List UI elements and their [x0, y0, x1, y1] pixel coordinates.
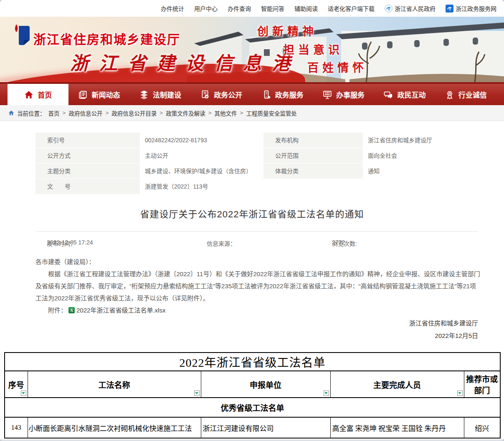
cell-city: 绍兴 [464, 417, 500, 438]
gongfa-list-table: 2022年浙江省省级工法名单 序号 工法名称 申报单位 主要完成人员 推荐市或部… [4, 352, 501, 438]
department-logo-icon [14, 23, 30, 48]
attachment-link[interactable]: 2022年浙江省省级工法名单.xlsx [76, 304, 165, 316]
page-bottom-strip [0, 439, 504, 441]
breadcrumb-item-policy-docs[interactable]: 政策文件及解读 [166, 109, 205, 117]
integrity-medal-icon [445, 90, 454, 99]
topbar-link-query[interactable]: 办件查询 [228, 4, 251, 13]
cell-no: 143 [5, 417, 28, 438]
topbar-link-elder-download[interactable]: 适老化客户端下载 [328, 4, 375, 13]
col-header-name: 工法名称 [28, 371, 201, 398]
col-header-city: 推荐市或部门 [464, 371, 500, 398]
link-zhejiang-gov[interactable]: 浙江省人民政府 [385, 4, 436, 13]
page: 办件统计 用户中心 办件查询 智能问答 辅助阅读 适老化客户端下载 浙江省人民政… [0, 0, 504, 441]
filter-button-name[interactable] [194, 391, 200, 396]
topbar-link-qa[interactable]: 智能问答 [261, 4, 284, 13]
nav-label: 政务公开 [214, 89, 242, 100]
interaction-icon [384, 90, 393, 99]
info-label-topic: 主题分类 [35, 164, 140, 179]
main-nav: 首页 新闻动态 法制建设 政务公开 政务服务 办事服务 [0, 82, 504, 105]
nav-item-interaction[interactable]: 政民互动 [374, 84, 435, 105]
nav-item-news[interactable]: 新闻动态 [68, 84, 129, 105]
section-header: 优秀省级工法名单 [5, 398, 500, 417]
news-icon [79, 90, 88, 99]
slogan-people: 百姓情怀 [307, 59, 367, 75]
top-utility-bar: 办件统计 用户中心 办件查询 智能问答 辅助阅读 适老化客户端下载 浙江省人民政… [0, 0, 504, 17]
gov-service-icon [262, 90, 271, 99]
zhejiang-gov-logo-icon [385, 5, 393, 13]
breadcrumb-separator: > [208, 110, 212, 116]
filter-button-people[interactable] [457, 391, 463, 396]
topbar-link-assist[interactable]: 辅助阅读 [294, 4, 318, 13]
info-label-index: 索引号 [35, 133, 140, 148]
signature-org: 浙江省住房和城乡建设厅 [0, 317, 478, 330]
zhejiang-service-logo-icon [446, 5, 453, 13]
nav-item-gov-service[interactable]: 政务服务 [252, 84, 313, 105]
department-name: 浙江省住房和城乡建设厅 [33, 29, 180, 48]
info-value-index: 002482242/2022-81793 [140, 133, 263, 148]
breadcrumb-separator: > [105, 110, 109, 116]
breadcrumb-separator: > [63, 110, 66, 116]
article: 省建设厅关于公布2022年浙江省省级工法名单的通知 发布时间： 2022-12-… [0, 207, 504, 342]
info-value-issuer: 浙江省住房和城乡建设厅 [363, 133, 478, 148]
breadcrumb-item-home[interactable]: 首页 [48, 109, 60, 117]
breadcrumb-separator: > [240, 110, 243, 116]
nav-item-gov-open[interactable]: 政务公开 [191, 84, 252, 105]
filter-button-no[interactable] [21, 391, 26, 396]
info-label-genre: 体裁分类 [263, 164, 363, 179]
nav-label: 政民互动 [397, 89, 425, 100]
topbar-link-user-center[interactable]: 用户中心 [194, 4, 218, 13]
topbar-link-stats[interactable]: 办件统计 [161, 4, 184, 13]
col-header-people: 主要完成人员 [330, 371, 464, 398]
nav-item-integrity[interactable]: 行业诚信 [436, 84, 496, 105]
breadcrumb-item-gov-info[interactable]: 政府信息公开 [68, 109, 102, 117]
info-label-empty [263, 179, 363, 194]
col-header-company: 申报单位 [201, 371, 330, 398]
table-row: 143 小断面长距离引水隧洞二次衬砌机械化快速施工工法 浙江江河建设有限公司 高… [5, 417, 500, 438]
table-header-row: 序号 工法名称 申报单位 主要完成人员 推荐市或部门 [5, 371, 500, 398]
info-value-doc-number: 浙建管发〔2022〕113号 [140, 179, 263, 194]
cell-name: 小断面长距离引水隧洞二次衬砌机械化快速施工工法 [28, 417, 201, 438]
zhejiang-gov-label: 浙江省人民政府 [395, 4, 436, 13]
nav-label: 办事服务 [336, 89, 365, 100]
article-body: 各市建委（建设局）： 根据《浙江省工程建设工法管理办法》（浙建〔2022〕11号… [35, 256, 480, 316]
nav-item-home[interactable]: 首页 [8, 84, 68, 105]
info-label-doc-number: 文 号 [35, 179, 140, 194]
attachment-line: 附件： X 2022年浙江省省级工法名单.xlsx [35, 304, 480, 316]
slogan-responsibility: 担当意识 [283, 41, 343, 57]
breadcrumb-home-icon [8, 110, 14, 116]
signature-block: 浙江省住房和城乡建设厅 2022年12月5日 [0, 317, 478, 342]
cell-company: 浙江江河建设有限公司 [201, 417, 330, 438]
info-value-open-mode: 主动公开 [140, 148, 263, 163]
zhejiang-service-label: 浙江政务服务网 [456, 4, 496, 13]
title-divider [35, 231, 478, 232]
info-label-issuer: 发布机构 [263, 133, 363, 148]
office-service-icon [323, 90, 332, 99]
gov-open-icon [200, 90, 210, 99]
nav-label: 首页 [38, 89, 52, 100]
breadcrumb-item-catalog[interactable]: 政府信息公开目录 [111, 109, 157, 117]
breadcrumb-item-dept[interactable]: 工程质量安全监管处 [246, 109, 297, 117]
site-banner: 浙江省住房和城乡建设厅 浙 江 省 建 设 信 息 港 创新精神 担当意识 百姓… [0, 17, 504, 82]
table-title: 2022年浙江省省级工法名单 [5, 353, 500, 371]
nav-item-law[interactable]: 法制建设 [130, 84, 191, 105]
attachment-label: 附件： [48, 304, 67, 316]
info-value-empty [363, 179, 478, 194]
nav-item-office-service[interactable]: 办事服务 [313, 84, 374, 105]
signature-date: 2022年12月5日 [0, 330, 478, 342]
site-calligraphy-title: 浙 江 省 建 设 信 息 港 [70, 48, 293, 75]
body-paragraph: 根据《浙江省工程建设工法管理办法》（浙建〔2022〕11号）和《关于做好2022… [35, 268, 480, 304]
nav-label: 政务服务 [275, 89, 304, 100]
filter-button-company[interactable] [324, 391, 329, 396]
home-icon [24, 90, 33, 99]
breadcrumb-item-other-docs[interactable]: 其他文件 [215, 109, 237, 117]
info-value-genre: 通知 [363, 164, 478, 179]
salutation: 各市建委（建设局）： [35, 256, 480, 268]
info-label-open-mode: 公开方式 [35, 148, 140, 163]
nav-label: 法制建设 [153, 89, 181, 100]
breadcrumb-prefix: 当前位置： [17, 109, 46, 117]
link-zhejiang-service[interactable]: 浙江政务服务网 [446, 4, 496, 13]
law-books-icon [139, 90, 149, 99]
page-title: 省建设厅关于公布2022年浙江省省级工法名单的通知 [0, 207, 504, 220]
doc-info-table: 索引号 002482242/2022-81793 发布机构 浙江省住房和城乡建设… [35, 133, 478, 194]
breadcrumb-separator: > [160, 110, 163, 116]
